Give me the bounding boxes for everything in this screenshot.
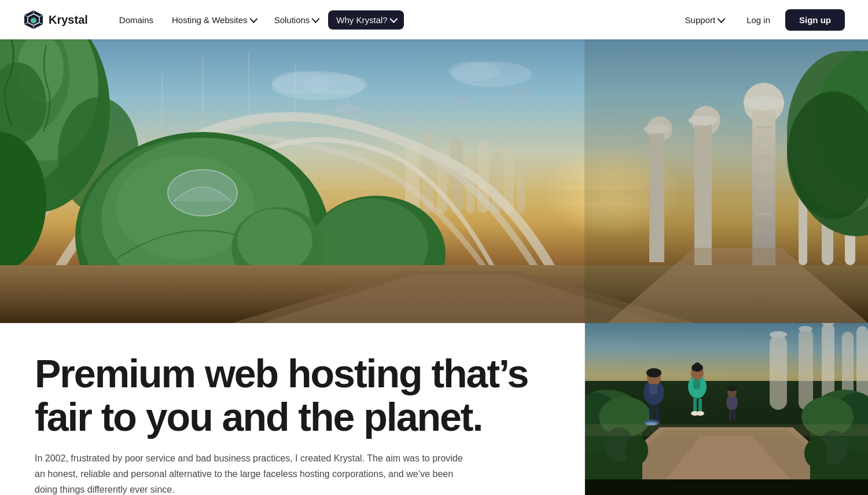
navbar: Krystal Domains Hosting & Websites Solut…: [0, 0, 868, 39]
svg-rect-127: [584, 424, 868, 436]
svg-point-64: [237, 209, 312, 273]
hero-illustration: [0, 39, 868, 323]
krystal-logo-icon: [23, 9, 44, 30]
nav-links: Domains Hosting & Websites Solutions Why…: [111, 10, 677, 30]
svg-rect-125: [729, 409, 731, 421]
chevron-down-icon: [717, 15, 725, 23]
svg-rect-109: [649, 404, 653, 421]
svg-rect-117: [693, 380, 700, 389]
right-panel-scene-svg: [584, 323, 868, 495]
chevron-down-icon: [389, 15, 398, 23]
svg-point-104: [804, 439, 827, 468]
hero-title: Premium web hosting that’s fair to you a…: [35, 352, 550, 439]
svg-rect-116: [694, 362, 700, 369]
logo[interactable]: Krystal: [23, 9, 88, 30]
nav-support[interactable]: Support: [677, 10, 732, 30]
svg-point-74: [448, 61, 501, 81]
logo-text: Krystal: [49, 13, 88, 27]
svg-point-86: [799, 326, 812, 332]
nav-item-why-krystal[interactable]: Why Krystal?: [328, 10, 403, 30]
svg-rect-126: [733, 410, 735, 421]
hero-content: Premium web hosting that’s fair to you a…: [0, 323, 584, 495]
svg-rect-23: [517, 158, 525, 213]
hero-subtitle: In 2002, frustrated by poor service and …: [35, 450, 475, 495]
nav-login-link[interactable]: Log in: [736, 10, 781, 30]
svg-point-67: [393, 116, 417, 124]
nav-signup-button[interactable]: Sign up: [785, 9, 845, 31]
nav-right: Support Log in Sign up: [677, 9, 845, 31]
svg-point-97: [625, 436, 648, 465]
svg-point-66: [453, 94, 473, 101]
svg-rect-85: [799, 329, 813, 410]
svg-rect-110: [655, 405, 659, 421]
svg-rect-108: [649, 384, 657, 394]
svg-rect-128: [584, 479, 868, 495]
svg-point-68: [508, 87, 534, 96]
nav-item-solutions[interactable]: Solutions: [266, 10, 326, 30]
nav-item-hosting[interactable]: Hosting & Websites: [164, 10, 264, 30]
svg-point-124: [727, 386, 737, 391]
chevron-down-icon: [312, 15, 320, 23]
svg-rect-83: [770, 335, 787, 410]
svg-point-84: [770, 331, 787, 338]
svg-rect-118: [693, 397, 697, 413]
city-scene-svg: [0, 39, 868, 323]
svg-point-65: [333, 104, 362, 113]
svg-point-72: [304, 74, 367, 95]
svg-point-121: [696, 411, 704, 416]
nav-item-domains[interactable]: Domains: [111, 10, 161, 30]
panel-divider: [584, 323, 585, 495]
hero-right-illustration: [584, 323, 868, 495]
hero-section: Premium web hosting that’s fair to you a…: [0, 39, 868, 495]
chevron-down-icon: [249, 15, 258, 23]
svg-point-107: [646, 368, 661, 377]
